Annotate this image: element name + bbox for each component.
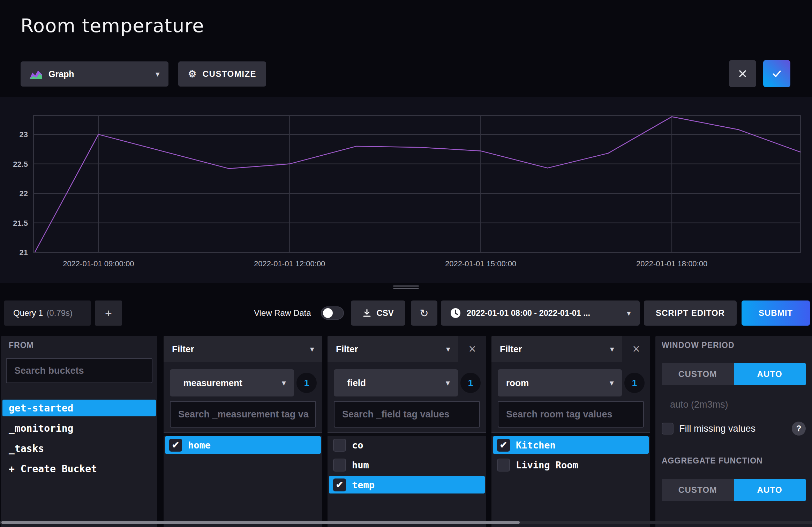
- time-range-dropdown[interactable]: 2022-01-01 08:00 - 2022-01-01 ... ▾: [441, 300, 640, 326]
- filter-card-room: Filter▾×room▾1Search room tag values✔Kit…: [491, 336, 650, 527]
- tag-value-label: Living Room: [516, 460, 578, 470]
- chart-panel: 2121.52222.5232022-01-01 09:00:002022-01…: [0, 97, 812, 283]
- chevron-down-icon: ▾: [282, 379, 286, 387]
- bucket-item--monitoring[interactable]: _monitoring: [2, 420, 156, 437]
- toggle-knob: [323, 308, 333, 318]
- fill-missing-checkbox[interactable]: [662, 423, 674, 435]
- query-tab[interactable]: Query 1 (0.79s): [4, 300, 91, 326]
- remove-filter-button[interactable]: ×: [458, 336, 486, 362]
- tag-value-list: cohum✔temp: [328, 432, 486, 527]
- chevron-down-icon: ▾: [610, 345, 614, 353]
- remove-filter-button[interactable]: ×: [622, 336, 650, 362]
- view-type-label: Graph: [48, 69, 74, 79]
- tag-value-row-co[interactable]: co: [329, 436, 485, 454]
- submit-button[interactable]: SUBMIT: [742, 300, 810, 326]
- aggregate-custom-button[interactable]: CUSTOM: [662, 479, 734, 501]
- aggregate-segmented: CUSTOM AUTO: [662, 479, 806, 501]
- view-raw-toggle[interactable]: [321, 306, 344, 320]
- window-custom-button[interactable]: CUSTOM: [662, 363, 734, 385]
- tag-value-row-living-room[interactable]: Living Room: [493, 456, 649, 474]
- chevron-down-icon: ▾: [156, 70, 159, 78]
- graph-type-icon: [30, 69, 42, 79]
- fill-missing-label: Fill missing values: [679, 423, 755, 434]
- csv-label: CSV: [376, 308, 393, 318]
- gear-icon: ⚙: [188, 68, 197, 80]
- selected-count-badge: 1: [624, 373, 645, 393]
- window-period-segmented: CUSTOM AUTO: [662, 363, 806, 385]
- window-auto-button[interactable]: AUTO: [734, 363, 806, 385]
- filter-title: Filter: [500, 344, 522, 355]
- window-period-label: WINDOW PERIOD: [662, 341, 735, 350]
- chevron-down-icon: ▾: [610, 379, 614, 387]
- csv-download-button[interactable]: CSV: [351, 300, 405, 326]
- svg-text:2022-01-01 18:00:00: 2022-01-01 18:00:00: [636, 259, 707, 268]
- checkbox-unchecked[interactable]: [497, 459, 510, 472]
- download-icon: [362, 309, 371, 318]
- filter-header-dropdown[interactable]: Filter▾: [328, 336, 458, 362]
- window-period-card: WINDOW PERIOD CUSTOM AUTO auto (2m3ms) F…: [655, 336, 812, 527]
- add-query-button[interactable]: +: [95, 300, 122, 326]
- svg-text:23: 23: [20, 130, 28, 139]
- tag-key-dropdown[interactable]: room▾: [498, 369, 622, 396]
- tag-value-search-input[interactable]: Search _measurement tag va: [170, 401, 316, 428]
- resize-handle[interactable]: [393, 285, 419, 291]
- checkbox-unchecked[interactable]: [333, 439, 346, 452]
- view-raw-data-label: View Raw Data: [254, 308, 311, 318]
- tag-key-dropdown[interactable]: _field▾: [334, 369, 458, 396]
- query-duration: (0.79s): [46, 308, 73, 318]
- filter-header-dropdown[interactable]: Filter▾: [164, 336, 322, 362]
- tag-value-row-home[interactable]: ✔home: [165, 436, 321, 454]
- close-icon: [737, 68, 749, 80]
- filter-header-dropdown[interactable]: Filter▾: [491, 336, 622, 362]
- bucket-search-placeholder: Search buckets: [14, 365, 84, 376]
- script-editor-button[interactable]: SCRIPT EDITOR: [644, 300, 737, 326]
- clock-icon: [450, 307, 461, 319]
- confirm-button[interactable]: [763, 60, 790, 87]
- checkbox-checked[interactable]: ✔: [169, 439, 182, 452]
- bucket-item--tasks[interactable]: _tasks: [2, 440, 156, 457]
- customize-button[interactable]: ⚙ CUSTOMIZE: [178, 61, 266, 87]
- window-auto-value: auto (2m3ms): [670, 399, 728, 410]
- checkbox-unchecked[interactable]: [333, 459, 346, 472]
- tag-key-label: _measurement: [178, 378, 242, 388]
- refresh-icon: ↻: [420, 307, 428, 319]
- refresh-button[interactable]: ↻: [411, 300, 437, 326]
- bucket-item--create-bucket[interactable]: + Create Bucket: [2, 460, 156, 477]
- cancel-button[interactable]: [729, 60, 756, 87]
- svg-text:21.5: 21.5: [13, 219, 28, 228]
- aggregate-auto-button[interactable]: AUTO: [734, 479, 806, 501]
- checkbox-checked[interactable]: ✔: [497, 439, 510, 452]
- tag-key-label: room: [506, 378, 529, 388]
- tag-value-search-placeholder: Search _measurement tag va: [178, 409, 309, 420]
- from-label: FROM: [9, 341, 34, 350]
- tag-value-row-kitchen[interactable]: ✔Kitchen: [493, 436, 649, 454]
- submit-label: SUBMIT: [759, 308, 793, 318]
- tag-value-search-input[interactable]: Search _field tag values: [334, 401, 480, 428]
- customize-label: CUSTOMIZE: [203, 69, 256, 79]
- chevron-down-icon: ▾: [310, 345, 314, 353]
- tag-value-list: ✔home: [164, 432, 322, 527]
- help-icon[interactable]: ?: [792, 422, 806, 436]
- checkbox-checked[interactable]: ✔: [333, 478, 346, 491]
- query-tab-label: Query 1: [13, 308, 43, 318]
- filter-title: Filter: [172, 344, 194, 355]
- tag-value-row-temp[interactable]: ✔temp: [329, 476, 485, 493]
- line-chart: 2121.52222.5232022-01-01 09:00:002022-01…: [0, 97, 812, 283]
- fill-missing-values-row: Fill missing values ?: [662, 422, 806, 436]
- tag-value-list: ✔KitchenLiving Room: [491, 432, 650, 527]
- bucket-item-get-started[interactable]: get-started: [2, 400, 156, 416]
- view-type-dropdown[interactable]: Graph ▾: [21, 61, 168, 87]
- chevron-down-icon: ▾: [446, 379, 450, 387]
- bucket-search-input[interactable]: Search buckets: [6, 358, 152, 383]
- svg-text:22: 22: [20, 189, 28, 198]
- tag-value-label: Kitchen: [516, 440, 556, 451]
- tag-value-search-placeholder: Search room tag values: [506, 409, 612, 420]
- tag-value-search-placeholder: Search _field tag values: [342, 409, 450, 420]
- horizontal-scrollbar-thumb[interactable]: [1, 521, 520, 524]
- tag-value-row-hum[interactable]: hum: [329, 456, 485, 474]
- tag-value-label: hum: [352, 460, 369, 470]
- tag-key-dropdown[interactable]: _measurement▾: [170, 369, 294, 396]
- selected-count-badge: 1: [296, 373, 317, 393]
- chevron-down-icon: ▾: [446, 345, 450, 353]
- tag-value-search-input[interactable]: Search room tag values: [498, 401, 644, 428]
